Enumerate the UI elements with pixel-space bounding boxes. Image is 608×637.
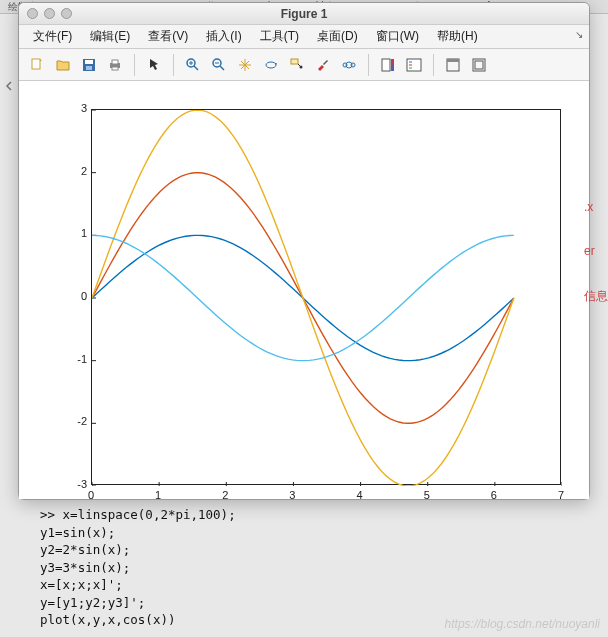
- pointer-button[interactable]: [142, 53, 166, 77]
- new-figure-button[interactable]: [25, 53, 49, 77]
- rotate-button[interactable]: [259, 53, 283, 77]
- right-panel-hints: .xer信息: [584, 200, 608, 305]
- figure-window: Figure 1 文件(F)编辑(E)查看(V)插入(I)工具(T)桌面(D)窗…: [18, 2, 590, 500]
- y-tick-label: 2: [57, 165, 87, 177]
- x-tick-label: 2: [222, 489, 228, 501]
- svg-point-14: [266, 62, 276, 68]
- y-tick-label: 0: [57, 290, 87, 302]
- x-tick-label: 5: [424, 489, 430, 501]
- svg-rect-20: [391, 59, 394, 71]
- svg-rect-19: [382, 59, 390, 71]
- zoom-out-button[interactable]: [207, 53, 231, 77]
- history-back-icon[interactable]: [3, 80, 15, 92]
- menu-window[interactable]: 窗口(W): [368, 26, 427, 47]
- hide-tools-button[interactable]: [441, 53, 465, 77]
- colorbar-button[interactable]: [376, 53, 400, 77]
- window-title: Figure 1: [19, 7, 589, 21]
- svg-rect-2: [85, 60, 93, 64]
- dock-button[interactable]: [467, 53, 491, 77]
- x-tick-label: 3: [289, 489, 295, 501]
- menubar: 文件(F)编辑(E)查看(V)插入(I)工具(T)桌面(D)窗口(W)帮助(H)…: [19, 25, 589, 49]
- menu-view[interactable]: 查看(V): [140, 26, 196, 47]
- zoom-in-button[interactable]: [181, 53, 205, 77]
- zoom-window-icon[interactable]: [61, 8, 72, 19]
- toolbar: [19, 49, 589, 81]
- menu-edit[interactable]: 编辑(E): [82, 26, 138, 47]
- plot-frame: [91, 109, 561, 485]
- close-icon[interactable]: [27, 8, 38, 19]
- svg-rect-28: [475, 61, 483, 69]
- hint-text: .x: [584, 200, 608, 214]
- window-controls[interactable]: [27, 8, 72, 19]
- pan-button[interactable]: [233, 53, 257, 77]
- hint-text: 信息: [584, 288, 608, 305]
- y-tick-label: -1: [57, 353, 87, 365]
- watermark: https://blog.csdn.net/nuoyanli: [445, 617, 600, 631]
- undock-icon[interactable]: ↘: [575, 29, 583, 40]
- brush-button[interactable]: [311, 53, 335, 77]
- command-history: >> x=linspace(0,2*pi,100); y1=sin(x); y2…: [40, 506, 236, 629]
- y-tick-label: 1: [57, 227, 87, 239]
- y-tick-label: -2: [57, 415, 87, 427]
- y-tick-label: 3: [57, 102, 87, 114]
- menu-tools[interactable]: 工具(T): [252, 26, 307, 47]
- svg-rect-0: [32, 59, 40, 69]
- y-tick-label: -3: [57, 478, 87, 490]
- x-tick-label: 0: [88, 489, 94, 501]
- menu-insert[interactable]: 插入(I): [198, 26, 249, 47]
- x-tick-label: 6: [491, 489, 497, 501]
- svg-rect-3: [86, 66, 92, 70]
- save-button[interactable]: [77, 53, 101, 77]
- legend-button[interactable]: [402, 53, 426, 77]
- titlebar[interactable]: Figure 1: [19, 3, 589, 25]
- open-button[interactable]: [51, 53, 75, 77]
- data-cursor-button[interactable]: [285, 53, 309, 77]
- svg-point-16: [300, 65, 303, 68]
- svg-rect-5: [112, 60, 118, 64]
- axes[interactable]: -3-2-10123 01234567: [19, 81, 589, 499]
- svg-rect-26: [447, 59, 459, 62]
- x-tick-label: 7: [558, 489, 564, 501]
- link-button[interactable]: [337, 53, 361, 77]
- svg-line-12: [220, 66, 224, 70]
- menu-help[interactable]: 帮助(H): [429, 26, 486, 47]
- print-button[interactable]: [103, 53, 127, 77]
- menu-desktop[interactable]: 桌面(D): [309, 26, 366, 47]
- hint-text: er: [584, 244, 608, 258]
- svg-line-8: [194, 66, 198, 70]
- svg-rect-6: [112, 67, 118, 70]
- plot-curves: [92, 110, 562, 486]
- svg-rect-15: [291, 59, 298, 64]
- minimize-icon[interactable]: [44, 8, 55, 19]
- x-tick-label: 4: [357, 489, 363, 501]
- x-tick-label: 1: [155, 489, 161, 501]
- menu-file[interactable]: 文件(F): [25, 26, 80, 47]
